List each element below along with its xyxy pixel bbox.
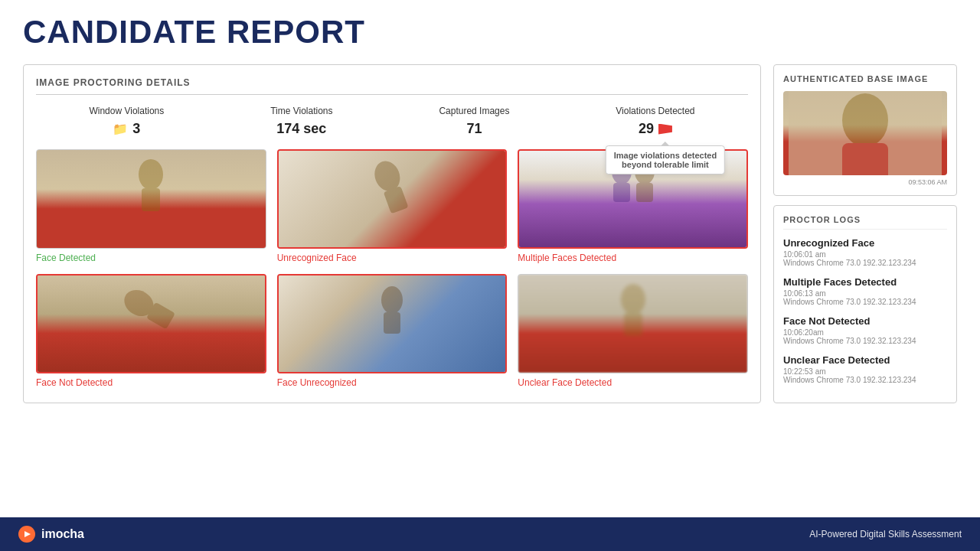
- violations-tooltip: Image violations detected beyond tolerab…: [606, 145, 725, 174]
- face-detected-img: [37, 150, 266, 248]
- flag-icon: [658, 124, 672, 135]
- face-unrecognized-img: [279, 276, 506, 372]
- image-label-multiple-faces: Multiple Faces Detected: [518, 253, 616, 263]
- stat-violations-detected: Violations Detected 29 Image violations …: [616, 106, 694, 137]
- image-label-unrecognized: Unrecognized Face: [277, 253, 357, 263]
- face-not-detected-img: [38, 276, 265, 372]
- imocha-logo-icon: [18, 526, 35, 543]
- log-item-0: Unrecognized Face 10:06:01 am Windows Ch…: [783, 237, 947, 267]
- section-title-proctoring: IMAGE PROCTORING DETAILS: [36, 77, 748, 95]
- stat-window-violations: Window Violations 📁 3: [89, 106, 164, 137]
- page-title: CANDIDATE REPORT: [0, 0, 980, 58]
- proctor-logs-title: PROCTOR LOGS: [783, 215, 947, 230]
- image-item-face-not-detected: Face Not Detected: [36, 274, 266, 388]
- left-panel: IMAGE PROCTORING DETAILS Window Violatio…: [23, 64, 761, 403]
- image-box-unrecognized: [277, 149, 508, 249]
- image-box-unclear-face: [518, 274, 748, 373]
- images-grid: Face Detected Unrecognized Face: [36, 149, 748, 388]
- proctor-logs-box: PROCTOR LOGS Unrecognized Face 10:06:01 …: [773, 205, 957, 403]
- image-item-unclear-face: Unclear Face Detected: [518, 274, 748, 388]
- unclear-face-img: [518, 275, 747, 373]
- svg-rect-17: [789, 91, 942, 175]
- stat-captured-images: Captured Images 71: [439, 106, 509, 137]
- svg-rect-1: [142, 188, 160, 211]
- image-label-face-detected: Face Detected: [36, 253, 96, 263]
- log-item-3: Unclear Face Detected 10:22:53 am Window…: [783, 354, 947, 384]
- svg-point-0: [139, 159, 163, 190]
- svg-rect-7: [636, 183, 653, 202]
- log-item-2: Face Not Detected 10:06:20am Windows Chr…: [783, 315, 947, 345]
- svg-point-12: [621, 284, 645, 315]
- image-box-face-detected: [36, 149, 266, 249]
- footer: imocha AI-Powered Digital Skills Assessm…: [0, 517, 980, 551]
- auth-image-box: AUTHENTICATED BASE IMAGE 09:53:06 AM: [773, 64, 957, 196]
- auth-image-title: AUTHENTICATED BASE IMAGE: [783, 74, 947, 83]
- right-panel: AUTHENTICATED BASE IMAGE 09:53:06 AM PRO…: [773, 64, 957, 403]
- auth-photo: [783, 91, 947, 175]
- image-item-face-detected: Face Detected: [36, 149, 266, 263]
- violations-tooltip-wrapper: Image violations detected beyond tolerab…: [658, 124, 672, 135]
- log-item-1: Multiple Faces Detected 10:06:13 am Wind…: [783, 276, 947, 306]
- svg-rect-5: [613, 183, 630, 202]
- image-box-face-not-detected: [36, 274, 266, 373]
- main-content: IMAGE PROCTORING DETAILS Window Violatio…: [0, 64, 980, 403]
- image-item-unrecognized: Unrecognized Face: [277, 149, 508, 263]
- image-box-face-unrecognized: [277, 274, 508, 373]
- unrecognized-img: [279, 151, 506, 247]
- footer-tagline: AI-Powered Digital Skills Assessment: [809, 529, 962, 540]
- image-label-face-not-detected: Face Not Detected: [36, 377, 113, 388]
- image-item-face-unrecognized: Face Unrecognized: [277, 274, 508, 388]
- folder-icon: 📁: [113, 122, 128, 136]
- stats-row: Window Violations 📁 3 Time Violations 17…: [36, 106, 748, 137]
- footer-logo: imocha: [18, 526, 84, 543]
- image-label-unclear-face: Unclear Face Detected: [518, 377, 612, 388]
- auth-timestamp: 09:53:06 AM: [783, 178, 947, 186]
- imocha-logo-text: imocha: [41, 527, 84, 541]
- image-label-face-unrecognized: Face Unrecognized: [277, 377, 357, 388]
- svg-rect-13: [624, 313, 642, 336]
- svg-rect-11: [384, 312, 400, 334]
- svg-point-10: [381, 286, 403, 314]
- stat-time-violations: Time Violations 174 sec: [270, 106, 332, 137]
